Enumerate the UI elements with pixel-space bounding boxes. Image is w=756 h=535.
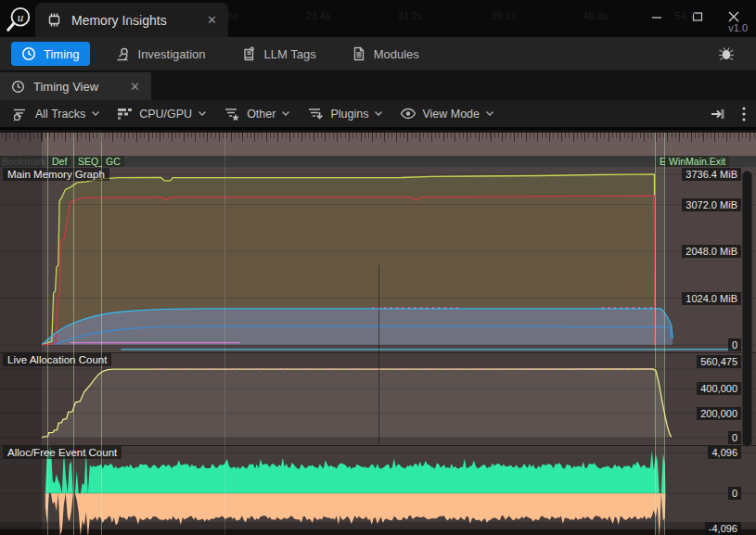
jump-to-end-button[interactable]	[710, 107, 726, 121]
version-label: v1.0	[728, 22, 748, 33]
tab-timing-view[interactable]: Timing View ✕	[0, 72, 151, 100]
ruler-tick-label: 39.1s	[482, 10, 525, 21]
filter-star-icon	[224, 107, 241, 121]
chevron-down-icon	[485, 110, 494, 117]
ruler-tick-label: 46.9s	[574, 10, 617, 21]
close-icon	[727, 10, 740, 23]
main-toolbar: Timing Investigation LLM Tags Modules	[0, 37, 756, 71]
investigation-button[interactable]: Investigation	[105, 42, 216, 67]
llm-tags-label: LLM Tags	[264, 47, 316, 61]
vertical-scrollbar[interactable]	[742, 171, 752, 447]
axis-label: -4,096	[705, 522, 741, 535]
axis-label: 0	[728, 431, 741, 444]
debug-button[interactable]	[717, 45, 736, 67]
llm-tags-button[interactable]: LLM Tags	[231, 42, 327, 67]
ruler-tick-label: 0	[20, 10, 63, 21]
axis-label: 4,096	[708, 446, 741, 459]
kebab-menu-button[interactable]	[741, 106, 747, 122]
modules-label: Modules	[374, 47, 419, 61]
track-header-main-memory[interactable]: Main Memory Graph	[3, 168, 109, 181]
other-label: Other	[247, 108, 275, 121]
bookmark-line	[47, 133, 48, 535]
track-list-icon	[117, 107, 134, 121]
cpu-gpu-label: CPU/GPU	[139, 108, 192, 121]
exit-bookmark-span	[655, 156, 664, 535]
chevron-down-icon	[198, 110, 207, 117]
clock-icon	[11, 80, 25, 94]
track-header-live-allocation[interactable]: Live Allocation Count	[3, 353, 111, 366]
axis-label: 400,000	[697, 382, 741, 395]
axis-label: 0	[728, 338, 741, 351]
bug-icon	[717, 45, 736, 63]
ruler-major-ticks	[0, 133, 756, 142]
axis-label: 560,475	[697, 355, 741, 368]
bookmark-chip-gc[interactable]: GC	[102, 156, 124, 167]
eye-icon	[400, 108, 416, 120]
chevron-down-icon	[91, 110, 100, 117]
tags-book-icon	[241, 46, 257, 62]
view-mode-dropdown[interactable]: View Mode	[395, 105, 499, 123]
chevron-down-icon	[281, 110, 290, 117]
bookmark-chip-def[interactable]: Def	[48, 156, 70, 167]
bookmark-line	[664, 133, 665, 535]
ruler-tick-label: 15.6s	[204, 10, 247, 21]
axis-label: 3072.0 MiB	[682, 198, 741, 211]
memory-insights-window: u Memory Insights ✕ v1.0 T	[0, 0, 756, 535]
plugins-label: Plugins	[330, 108, 368, 121]
filter-search-icon	[12, 107, 30, 121]
axis-label: 3736.4 MiB	[682, 168, 741, 181]
plugins-dropdown[interactable]: Plugins	[302, 104, 388, 124]
axis-label: 1024.0 MiB	[682, 292, 741, 305]
track-header-alloc-free[interactable]: Alloc/Free Event Count	[3, 446, 122, 459]
cpu-gpu-dropdown[interactable]: CPU/GPU	[112, 104, 211, 123]
view-bottom-edge	[0, 529, 756, 535]
timing-button[interactable]: Timing	[11, 42, 90, 66]
view-mode-label: View Mode	[422, 108, 480, 121]
time-ruler[interactable]	[0, 133, 756, 156]
ruler-tick-label: 54.7s	[666, 10, 709, 21]
ruler-tick-label: 23.4s	[297, 10, 340, 21]
filter-arrow-icon	[307, 107, 325, 121]
ruler-tick-label: 31.2s	[389, 10, 431, 21]
filter-toolbar: All Tracks CPU/GPU Other P	[0, 100, 756, 130]
chevron-down-icon	[374, 110, 383, 117]
bookmark-line	[101, 133, 102, 535]
document-icon	[352, 46, 366, 61]
timing-view-tab-label: Timing View	[33, 80, 122, 94]
axis-label: 200,000	[697, 407, 741, 420]
minor-marker-line	[224, 133, 225, 535]
investigation-label: Investigation	[138, 47, 206, 61]
all-tracks-label: All Tracks	[35, 108, 85, 121]
clock-icon	[21, 46, 36, 61]
timing-view-close-icon[interactable]: ✕	[130, 81, 140, 93]
time-cursor-line	[378, 265, 379, 443]
axis-label: 2048.0 MiB	[682, 245, 741, 258]
pre-session-shade	[0, 133, 42, 535]
microscope-icon	[115, 46, 131, 62]
other-dropdown[interactable]: Other	[219, 104, 295, 124]
all-tracks-dropdown[interactable]: All Tracks	[7, 104, 105, 124]
axis-label: 0	[728, 487, 741, 500]
timing-label: Timing	[44, 47, 80, 61]
ruler-tick-label: 7.8s	[112, 10, 155, 21]
bookmark-line	[73, 133, 74, 535]
modules-button[interactable]: Modules	[341, 42, 429, 66]
view-tab-bar: Timing View ✕	[0, 72, 756, 100]
bookmark-chip-winmainexit[interactable]: WinMain.Exit	[665, 156, 729, 167]
minimize-icon	[651, 11, 662, 22]
